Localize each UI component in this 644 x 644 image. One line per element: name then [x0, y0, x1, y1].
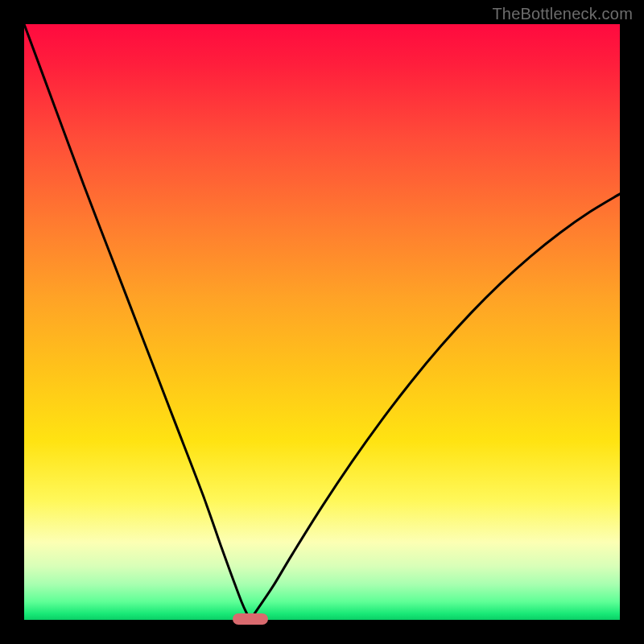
- watermark-text: TheBottleneck.com: [492, 5, 633, 23]
- chart-frame: TheBottleneck.com: [0, 0, 644, 644]
- plot-area: [24, 24, 620, 620]
- series-right-branch: [254, 194, 620, 615]
- curve-lines: [24, 24, 620, 620]
- series-left-branch: [24, 24, 248, 615]
- bottleneck-marker: [233, 613, 268, 625]
